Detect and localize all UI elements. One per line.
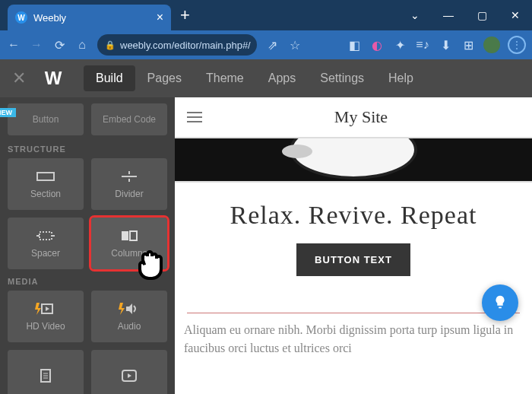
help-fab[interactable]	[482, 284, 518, 321]
playlist-icon[interactable]: ≡♪	[415, 38, 430, 52]
element-section[interactable]: Section	[8, 158, 84, 210]
profile-icon[interactable]	[483, 37, 500, 53]
svg-rect-0	[37, 173, 54, 180]
section-icon	[35, 169, 56, 184]
svg-rect-8	[130, 231, 137, 240]
window-maximize-icon[interactable]: ▢	[465, 0, 499, 30]
hero-headline[interactable]: Relax. Revive. Repeat	[176, 201, 530, 230]
tab-close-icon[interactable]: ×	[157, 11, 163, 24]
extension-2-icon[interactable]: ◐	[369, 38, 385, 52]
home-icon[interactable]: ⌂	[74, 38, 90, 52]
grab-cursor-icon	[131, 242, 173, 288]
element-youtube[interactable]	[91, 350, 167, 394]
body-text[interactable]: Aliquam eu ornare nibh. Morbi dignissim …	[175, 321, 532, 357]
youtube-icon	[119, 368, 140, 383]
element-button[interactable]: Button	[8, 103, 84, 135]
element-embed[interactable]: Embed Code	[91, 103, 167, 135]
nav-back-icon[interactable]: ←	[6, 38, 21, 52]
element-spacer[interactable]: Spacer	[8, 218, 84, 269]
spacer-icon	[35, 228, 56, 243]
new-tab-button[interactable]: +	[180, 5, 190, 25]
site-canvas[interactable]: My Site Relax. Revive. Repeat BUTTON TEX…	[175, 97, 532, 394]
weebly-logo-icon[interactable]: W	[38, 68, 68, 89]
nav-apps[interactable]: Apps	[256, 65, 308, 91]
svg-marker-13	[126, 303, 132, 314]
nav-pages[interactable]: Pages	[135, 65, 194, 91]
svg-marker-11	[46, 307, 49, 311]
nav-theme[interactable]: Theme	[194, 65, 256, 91]
section-divider	[187, 313, 520, 313]
hamburger-icon[interactable]	[187, 112, 202, 122]
nav-settings[interactable]: Settings	[308, 65, 376, 91]
browser-tab[interactable]: W Weebly ×	[8, 5, 171, 30]
document-icon	[35, 368, 56, 383]
extension-1-icon[interactable]: ◧	[347, 38, 362, 52]
nav-forward-icon: →	[29, 38, 44, 52]
columns-icon	[119, 228, 140, 243]
element-divider[interactable]: Divider	[91, 158, 167, 210]
element-document[interactable]	[8, 350, 84, 394]
window-close-icon[interactable]: ✕	[499, 0, 532, 30]
address-bar[interactable]: 🔒 weebly.com/editor/main.php#/	[97, 34, 257, 56]
download-icon[interactable]: ⬇	[438, 38, 453, 52]
nav-build[interactable]: Build	[84, 65, 135, 91]
svg-rect-7	[122, 231, 128, 240]
apps-icon[interactable]: ⊞	[461, 38, 476, 52]
browser-menu-icon[interactable]: ⋮	[508, 36, 526, 54]
svg-marker-12	[119, 303, 125, 315]
star-icon[interactable]: ☆	[287, 38, 302, 52]
share-icon[interactable]: ⇗	[264, 38, 280, 52]
lightbulb-icon	[492, 294, 508, 311]
svg-marker-9	[35, 303, 41, 315]
lock-icon: 🔒	[105, 40, 116, 50]
url-text: weebly.com/editor/main.php#/	[120, 40, 251, 51]
tab-title: Weebly	[33, 12, 157, 24]
nav-help[interactable]: Help	[376, 65, 426, 91]
editor-close-icon[interactable]: ✕	[0, 68, 38, 88]
reload-icon[interactable]: ⟳	[52, 38, 67, 52]
svg-rect-4	[40, 232, 52, 240]
video-icon	[35, 301, 56, 316]
audio-icon	[119, 301, 140, 316]
element-hdvideo[interactable]: HD Video	[8, 291, 84, 342]
window-minimize-icon[interactable]: —	[432, 0, 465, 30]
svg-marker-19	[128, 373, 131, 378]
favicon-icon: W	[15, 11, 27, 24]
element-audio[interactable]: Audio	[91, 291, 167, 342]
hero-image[interactable]	[175, 137, 532, 183]
site-title[interactable]: My Site	[202, 107, 520, 127]
window-dropdown-icon[interactable]: ⌄	[398, 0, 432, 30]
cta-button[interactable]: BUTTON TEXT	[296, 243, 410, 276]
divider-icon	[119, 169, 140, 184]
structure-header: STRUCTURE	[8, 145, 167, 154]
new-badge: NEW	[0, 108, 16, 117]
extensions-icon[interactable]: ✦	[392, 38, 407, 52]
